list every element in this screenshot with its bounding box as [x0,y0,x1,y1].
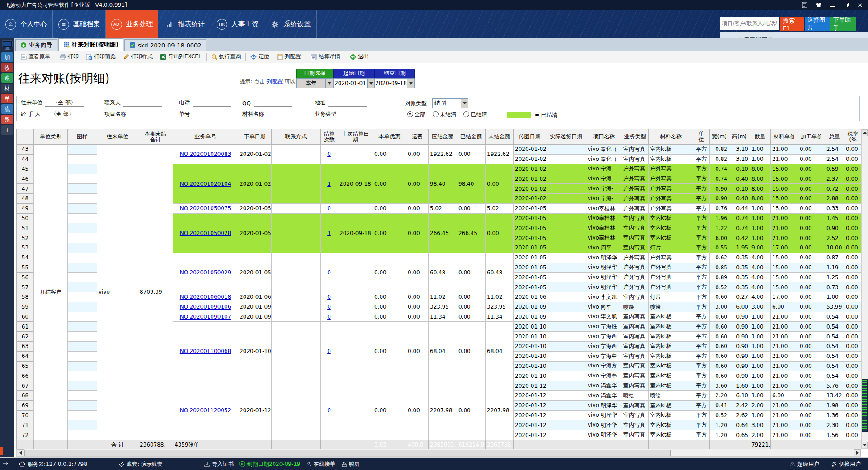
order-helper-button[interactable]: 下单助手 [830,17,856,31]
register-icon[interactable] [802,2,807,8]
sync-arrows-icon[interactable] [3,461,9,467]
column-header[interactable]: 单位类别 [34,129,68,145]
import-cert-button[interactable]: 导入证书 [204,461,234,468]
column-header[interactable]: 业务类型 [622,129,649,145]
tab-reconciliation-detail[interactable]: 往来对账(按明细) [58,38,123,51]
column-header[interactable]: 材料单价 [771,129,798,145]
settle-times-link[interactable]: 0 [321,322,338,381]
vertical-scroll-thumb[interactable] [862,379,868,432]
scroll-left-arrow[interactable] [17,449,24,456]
settle-times-link[interactable]: 0 [321,302,338,312]
scroll-down-arrow[interactable] [862,442,868,448]
settle-times-link[interactable]: 0 [321,145,338,164]
settle-times-link[interactable]: 0 [321,312,338,322]
settle-times-link[interactable]: 0 [321,292,338,302]
tab-business-wizard[interactable]: 业务向导 [15,39,57,51]
column-config-button[interactable]: 列配置 [273,52,305,62]
close-button[interactable]: × [857,1,863,9]
nav-item-personal-center[interactable]: 个人中心 [0,10,53,38]
contact-filter-input[interactable] [123,99,162,107]
handler-filter-input[interactable]: 〈全 部〉 [43,111,82,118]
lock-screen-button[interactable]: 锁屏 [342,461,360,468]
radio-unsettled[interactable]: 未结清 [433,111,456,118]
radio-all[interactable]: 全部 [407,111,425,118]
column-config-link[interactable]: 列配置 [267,78,283,85]
column-header[interactable]: 往来单位 [97,129,138,145]
end-date-select[interactable]: 2020-09-18 [375,78,415,88]
locate-button[interactable]: 定位 [247,52,273,62]
scroll-right-arrow[interactable] [854,449,861,456]
order-no-link[interactable]: NO.202001100068 [173,322,238,381]
radio-settled[interactable]: 已结清 [463,111,487,118]
order-no-link[interactable]: NO.202001060018 [173,292,238,302]
search-button[interactable]: 搜索 F1 [780,17,804,31]
date-mode-select[interactable]: 本年 [296,78,333,88]
column-header[interactable]: 上次结算日 期 [338,129,373,145]
sidebar-shortcut-4[interactable]: 单 [1,94,13,103]
sidebar-shortcut-1[interactable]: 收 [1,63,13,72]
column-header[interactable]: 未结金额 [486,129,514,145]
sidebar-shortcut-6[interactable]: 系 [1,115,13,124]
order-no-link[interactable]: NO.202001050028 [173,213,238,253]
column-header[interactable]: 数量 [750,129,771,145]
partner-filter-input[interactable]: 〈全 部〉 [45,99,84,107]
order-no-link[interactable]: NO.202001090107 [173,312,238,322]
column-header[interactable]: 图样 [68,129,97,145]
column-header[interactable]: 业务单号 [173,129,238,145]
column-header[interactable]: 总量 [825,129,844,145]
run-query-button[interactable]: 执行查询 [208,52,245,62]
horizontal-scroll-thumb[interactable] [24,450,671,456]
account-type-select[interactable]: 结 算 [432,98,468,108]
exit-button[interactable]: 退出 [346,52,373,62]
print-style-button[interactable]: 打印样式 [119,52,156,62]
export-excel-button[interactable]: 导出到EXCEL [156,52,205,62]
column-header[interactable]: 传图日期 [514,129,546,145]
tab-order-skd[interactable]: skd-2020-09-18-0002 [124,39,207,51]
sidebar-shortcut-0[interactable]: 加 [1,52,13,62]
search-input[interactable] [720,17,779,30]
settle-times-link[interactable]: 0 [321,381,338,440]
online-orders-button[interactable]: 在线接单 [306,461,335,468]
orderno-filter-input[interactable] [193,111,231,118]
vertical-scrollbar[interactable] [861,129,868,449]
select-image-button[interactable]: 选择图片 [805,17,830,31]
settle-times-link[interactable]: 1 [321,213,338,253]
material-filter-input[interactable] [267,111,305,118]
column-header[interactable]: 已结金额 [457,129,486,145]
phone-filter-input[interactable] [193,99,231,107]
column-header[interactable]: 结算 次数 [321,129,338,145]
column-header[interactable]: 高(m) [729,129,750,145]
column-header[interactable]: 项目名称 [586,129,622,145]
address-filter-input[interactable] [328,99,367,107]
super-user-button[interactable]: 超级用户 [790,461,819,468]
order-no-link[interactable]: NO.202001120052 [173,381,238,440]
column-header[interactable]: 运费 [406,129,429,145]
qq-filter-input[interactable] [254,99,292,107]
column-header[interactable]: 实际送货日期 [546,129,586,145]
column-header[interactable]: 材料名称 [649,129,693,145]
column-header[interactable]: 下单日期 [238,129,272,145]
nav-item-report-statistics[interactable]: 报表统计 [158,10,211,38]
column-header[interactable]: 加工单价 [798,129,825,145]
column-header[interactable]: 应结金额 [429,129,457,145]
column-header[interactable]: 单 位 [693,129,710,145]
column-header[interactable]: 本单优惠 [373,129,406,145]
restore-button[interactable] [844,2,849,8]
column-header[interactable] [17,129,34,145]
order-no-link[interactable]: NO.202001020104 [173,164,238,203]
skin-icon[interactable] [816,2,822,8]
sidebar-shortcut-5[interactable]: 流 [1,104,13,114]
order-no-link[interactable]: NO.202001090106 [173,302,238,312]
settle-times-link[interactable]: 0 [321,253,338,292]
scroll-up-arrow[interactable] [862,129,868,136]
nav-item-system-settings[interactable]: 系统设置 [264,10,317,38]
settlement-detail-button[interactable]: 结算详情 [307,52,344,62]
monitor-icon[interactable] [2,40,13,50]
column-header[interactable]: 宽(m) [710,129,729,145]
settle-times-link[interactable]: 0 [321,203,338,213]
order-no-link[interactable]: NO.202001020083 [173,145,238,164]
switch-user-button[interactable]: 切换用户 [831,461,861,468]
start-date-select[interactable]: 2020-01-01 [333,78,375,88]
column-header[interactable]: 本期未结 合计 [138,129,173,145]
sidebar-shortcut-2[interactable]: 账 [1,73,13,83]
